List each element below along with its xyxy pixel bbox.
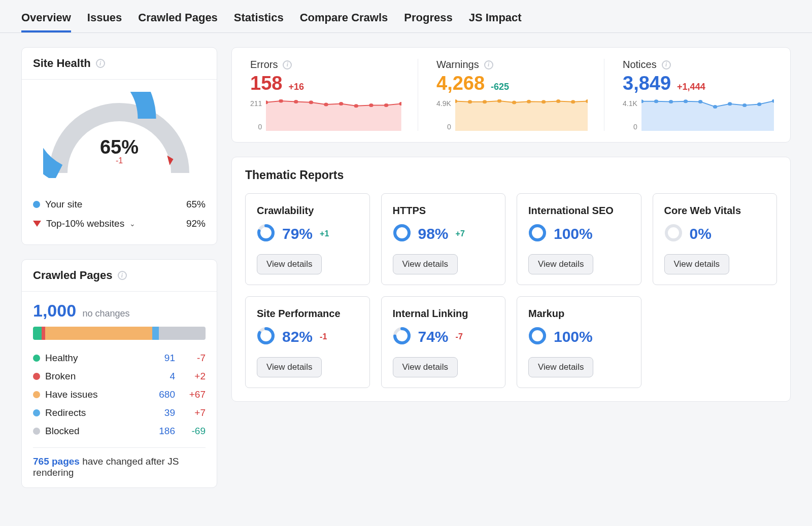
stat-notices[interactable]: Noticesi3,849+1,4444.1K0 <box>604 59 790 131</box>
crawled-pages-bar[interactable] <box>33 327 206 340</box>
row-value: 186 <box>145 426 175 437</box>
tab-overview[interactable]: Overview <box>21 5 71 32</box>
sparkline <box>266 99 401 131</box>
svg-point-9 <box>384 103 388 107</box>
row-label: Broken <box>45 371 76 382</box>
svg-point-15 <box>512 101 516 104</box>
row-delta: +67 <box>175 389 206 400</box>
tab-progress[interactable]: Progress <box>404 5 452 32</box>
view-details-button[interactable]: View details <box>257 357 322 377</box>
health-legend-row[interactable]: Top-10% websites⌄92% <box>33 214 206 233</box>
svg-point-5 <box>324 103 328 107</box>
svg-point-28 <box>742 103 747 107</box>
crawled-pages-footer: 765 pages have changed after JS renderin… <box>33 447 206 478</box>
info-icon[interactable]: i <box>484 60 493 69</box>
svg-point-6 <box>339 102 343 106</box>
donut-icon <box>257 224 275 244</box>
crawled-pages-card: Crawled Pages i 1,000 no changes Healthy… <box>21 259 217 488</box>
crawled-row-healthy[interactable]: Healthy91-7 <box>33 349 206 367</box>
info-icon[interactable]: i <box>96 59 105 68</box>
thematic-card-title: HTTPS <box>393 205 494 217</box>
thematic-card-internal-linking: Internal Linking74%-7View details <box>381 296 506 388</box>
view-details-button[interactable]: View details <box>257 254 322 274</box>
crawled-pages-title: Crawled Pages <box>33 269 113 282</box>
crawled-row-redirects[interactable]: Redirects39+7 <box>33 404 206 422</box>
spark-ymax: 211 <box>250 99 262 108</box>
stats-row: Errorsi158+162110Warningsi4,268-6254.9K0… <box>231 47 791 143</box>
svg-point-7 <box>354 104 358 108</box>
stat-value: 3,849 <box>623 73 671 94</box>
donut-icon <box>393 327 411 347</box>
info-icon[interactable]: i <box>662 60 671 69</box>
row-delta: +7 <box>175 407 206 418</box>
health-legend-row: Your site65% <box>33 195 206 214</box>
view-details-button[interactable]: View details <box>393 254 458 274</box>
tab-compare-crawls[interactable]: Compare Crawls <box>300 5 388 32</box>
stat-label: Errors <box>250 59 278 71</box>
bar-segment[interactable] <box>42 327 45 340</box>
row-delta: -7 <box>175 353 206 364</box>
svg-point-4 <box>309 100 313 104</box>
donut-icon <box>528 224 547 244</box>
crawled-row-have-issues[interactable]: Have issues680+67 <box>33 385 206 404</box>
thematic-card-title: Markup <box>528 308 630 320</box>
crawled-row-blocked[interactable]: Blocked186-69 <box>33 422 206 440</box>
thematic-card-crawlability: Crawlability79%+1View details <box>245 193 370 285</box>
svg-point-29 <box>757 102 761 106</box>
stat-delta: +16 <box>288 82 304 92</box>
tab-js-impact[interactable]: JS Impact <box>469 5 522 32</box>
spark-ymax: 4.1K <box>623 99 637 108</box>
svg-point-13 <box>483 100 487 103</box>
spark-ymax: 4.9K <box>436 99 451 108</box>
svg-point-34 <box>395 226 409 240</box>
row-value: 4 <box>145 371 175 382</box>
thematic-card-title: Site Performance <box>257 308 358 320</box>
info-icon[interactable]: i <box>283 60 292 69</box>
bar-segment[interactable] <box>33 327 42 340</box>
site-health-title: Site Health <box>33 57 91 70</box>
dot-icon <box>33 409 40 416</box>
legend-label: Top-10% websites <box>46 218 124 229</box>
dot-icon <box>33 428 40 435</box>
thematic-percent: 74% <box>418 328 449 345</box>
stat-label: Notices <box>623 59 657 71</box>
row-label: Redirects <box>45 407 86 418</box>
legend-label: Your site <box>45 199 82 210</box>
row-value: 91 <box>145 353 175 364</box>
svg-point-44 <box>530 329 545 343</box>
stat-errors[interactable]: Errorsi158+162110 <box>232 59 418 131</box>
tab-issues[interactable]: Issues <box>87 5 122 32</box>
crawled-pages-total[interactable]: 1,000 <box>33 301 76 321</box>
chevron-down-icon: ⌄ <box>129 220 136 228</box>
svg-point-18 <box>556 99 560 103</box>
thematic-card-title: Core Web Vitals <box>664 205 766 217</box>
svg-point-24 <box>684 99 688 103</box>
thematic-delta: +1 <box>320 229 329 238</box>
donut-icon <box>393 224 411 244</box>
svg-point-23 <box>669 100 673 103</box>
view-details-button[interactable]: View details <box>664 254 729 274</box>
bar-segment[interactable] <box>152 327 159 340</box>
tab-statistics[interactable]: Statistics <box>234 5 284 32</box>
bar-segment[interactable] <box>45 327 152 340</box>
tab-crawled-pages[interactable]: Crawled Pages <box>138 5 218 32</box>
crawled-pages-footer-link[interactable]: 765 pages <box>33 456 80 467</box>
stat-value: 158 <box>250 73 282 94</box>
thematic-card-site-performance: Site Performance82%-1View details <box>245 296 370 388</box>
view-details-button[interactable]: View details <box>528 357 593 377</box>
thematic-delta: -7 <box>456 332 463 341</box>
thematic-percent: 79% <box>282 225 313 242</box>
crawled-row-broken[interactable]: Broken4+2 <box>33 367 206 385</box>
thematic-delta: -1 <box>320 332 327 341</box>
view-details-button[interactable]: View details <box>393 357 458 377</box>
svg-point-8 <box>369 103 374 107</box>
stat-warnings[interactable]: Warningsi4,268-6254.9K0 <box>418 59 604 131</box>
stat-delta: +1,444 <box>677 82 705 92</box>
svg-point-19 <box>571 100 575 103</box>
thematic-reports-card: Thematic Reports Crawlability79%+1View d… <box>231 157 791 402</box>
view-details-button[interactable]: View details <box>528 254 593 274</box>
info-icon[interactable]: i <box>118 271 127 280</box>
donut-icon <box>664 224 683 244</box>
donut-icon <box>528 327 547 347</box>
bar-segment[interactable] <box>159 327 206 340</box>
